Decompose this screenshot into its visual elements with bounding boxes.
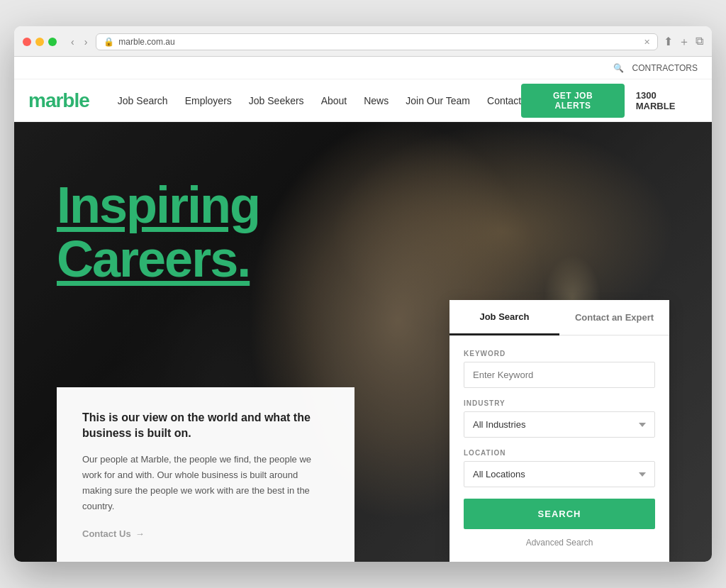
hero-headline: Inspiring Careers. <box>57 179 669 286</box>
tab-close-icon[interactable]: ✕ <box>644 38 650 47</box>
search-panel: Job Search Contact an Expert KEYWORD IND… <box>449 300 669 562</box>
location-label: LOCATION <box>464 449 655 457</box>
search-button[interactable]: SEARCH <box>464 499 655 529</box>
dot-minimize[interactable] <box>35 38 44 46</box>
dot-maximize[interactable] <box>48 38 57 46</box>
forward-button[interactable]: › <box>82 35 91 49</box>
website: 🔍 CONTRACTORS marble Job Search Employer… <box>14 57 712 562</box>
location-field-group: LOCATION All LocationsSydneyMelbourneBri… <box>464 449 655 487</box>
nav-item-contact[interactable]: Contact <box>487 95 521 106</box>
headline-line1: Inspiring <box>57 179 669 233</box>
headline-line2: Careers. <box>57 233 669 287</box>
contact-arrow-icon: → <box>135 528 145 539</box>
contact-us-link[interactable]: Contact Us → <box>82 528 329 539</box>
url-text: marble.com.au <box>118 37 174 47</box>
lock-icon: 🔒 <box>104 37 114 47</box>
contractors-link[interactable]: CONTRACTORS <box>632 63 698 73</box>
dot-close[interactable] <box>23 38 31 46</box>
back-button[interactable]: ‹ <box>68 35 77 49</box>
industry-label: INDUSTRY <box>464 399 655 407</box>
keyword-label: KEYWORD <box>464 350 655 357</box>
nav-item-news[interactable]: News <box>364 95 389 106</box>
info-card-heading: This is our view on the world and what t… <box>82 410 329 442</box>
address-bar[interactable]: 🔒 marble.com.au ✕ <box>96 33 658 50</box>
new-tab-icon[interactable]: ＋ <box>678 35 690 50</box>
header-actions: GET JOB ALERTS 1300 MARBLE <box>521 84 698 118</box>
nav-item-job-search[interactable]: Job Search <box>118 95 168 106</box>
industry-field-group: INDUSTRY All IndustriesConstructionEngin… <box>464 399 655 438</box>
info-card: This is our view on the world and what t… <box>57 387 354 562</box>
location-select[interactable]: All LocationsSydneyMelbourneBrisbanePert… <box>464 461 655 487</box>
keyword-field-group: KEYWORD <box>464 350 655 388</box>
keyword-input[interactable] <box>464 362 655 388</box>
browser-window: ‹ › 🔒 marble.com.au ✕ ⬆ ＋ ⧉ 🔍 CONTRACTOR… <box>14 26 712 562</box>
browser-toolbar: ‹ › 🔒 marble.com.au ✕ ⬆ ＋ ⧉ <box>14 26 712 57</box>
main-nav: Job Search Employers Job Seekers About N… <box>118 95 521 106</box>
logo[interactable]: marble <box>28 89 89 112</box>
nav-item-join-our-team[interactable]: Join Our Team <box>406 95 470 106</box>
browser-dots <box>23 38 57 46</box>
search-tabs: Job Search Contact an Expert <box>449 300 669 335</box>
nav-item-about[interactable]: About <box>321 95 347 106</box>
hero-section: Inspiring Careers. This is our view on t… <box>14 122 712 562</box>
browser-nav: ‹ › <box>68 35 90 49</box>
header: marble Job Search Employers Job Seekers … <box>14 79 712 122</box>
contact-link-text: Contact Us <box>82 528 131 539</box>
hero-content: Inspiring Careers. <box>14 122 712 286</box>
top-bar: 🔍 CONTRACTORS <box>14 57 712 79</box>
advanced-search-link[interactable]: Advanced Search <box>464 538 655 548</box>
nav-item-job-seekers[interactable]: Job Seekers <box>249 95 304 106</box>
share-icon[interactable]: ⬆ <box>664 35 673 50</box>
phone-number: 1300 MARBLE <box>636 90 698 111</box>
tab-job-search[interactable]: Job Search <box>449 300 559 335</box>
search-icon[interactable]: 🔍 <box>613 63 624 73</box>
nav-item-employers[interactable]: Employers <box>185 95 232 106</box>
industry-select[interactable]: All IndustriesConstructionEngineeringTec… <box>464 411 655 438</box>
top-bar-right: 🔍 CONTRACTORS <box>613 63 698 73</box>
windows-icon[interactable]: ⧉ <box>696 35 703 50</box>
tab-contact-expert[interactable]: Contact an Expert <box>559 300 669 335</box>
hero-card-area: This is our view on the world and what t… <box>14 387 712 562</box>
get-job-alerts-button[interactable]: GET JOB ALERTS <box>521 84 624 118</box>
toolbar-actions: ⬆ ＋ ⧉ <box>664 35 703 50</box>
search-body: KEYWORD INDUSTRY All IndustriesConstruct… <box>449 335 669 562</box>
info-card-body: Our people at Marble, the people we find… <box>82 452 329 514</box>
